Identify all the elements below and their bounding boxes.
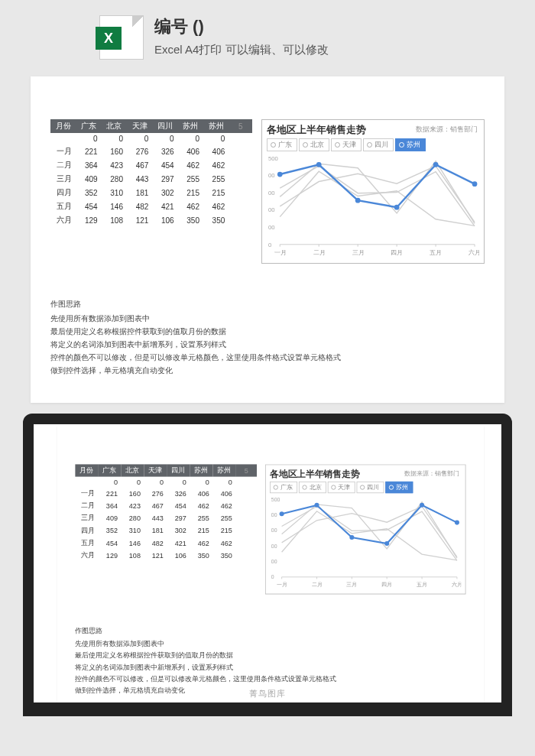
table-col-header: 广东: [98, 464, 121, 476]
chart-container: 各地区上半年销售走势 数据来源：销售部门 广东北京天津四川苏州 50000000…: [261, 119, 485, 264]
table-cell: 181: [127, 186, 152, 200]
legend-item-四川[interactable]: 四川: [357, 482, 384, 493]
table-cell: 352: [98, 524, 121, 537]
svg-point-49: [455, 521, 459, 525]
table-col-header: 月份: [50, 119, 76, 133]
table-cell: 462: [178, 158, 203, 172]
table-cell: 0: [152, 133, 177, 144]
excel-file-icon: X: [99, 15, 144, 60]
svg-text:三月: 三月: [347, 582, 358, 587]
table-cell: 215: [190, 524, 212, 537]
legend-item-北京[interactable]: 北京: [299, 138, 329, 151]
table-cell: 六月: [75, 549, 98, 561]
table-cell: 350: [178, 213, 203, 227]
table-cell: 121: [144, 549, 167, 561]
legend-item-四川[interactable]: 四川: [363, 138, 394, 151]
chart-legend-2: 广东北京天津四川苏州: [270, 482, 461, 493]
svg-text:00: 00: [268, 172, 275, 179]
table-cell: 0: [167, 477, 190, 488]
svg-text:00: 00: [268, 190, 275, 196]
table-cell: 255: [178, 172, 203, 186]
svg-point-48: [420, 503, 424, 508]
table-row: 一月221160276326406406: [50, 144, 252, 158]
legend-item-天津[interactable]: 天津: [328, 482, 355, 493]
table-cell: 六月: [50, 213, 76, 227]
table-cell: 310: [102, 186, 127, 200]
legend-item-苏州[interactable]: 苏州: [385, 482, 413, 493]
svg-text:六月: 六月: [469, 249, 479, 256]
table-cell: 280: [102, 172, 127, 186]
svg-text:一月: 一月: [274, 249, 287, 256]
table-cell: 四月: [75, 524, 98, 537]
table-cell: 326: [167, 487, 190, 499]
table-col-header: 北京: [121, 464, 144, 476]
svg-text:0: 0: [268, 242, 271, 248]
radio-icon: [331, 485, 336, 489]
notes-section-2: 作图思路 先使用所有数据添加到图表中最后使用定义名称根据控件获取到的值取月份的数…: [75, 625, 465, 696]
radio-icon: [303, 485, 307, 489]
legend-label: 广东: [278, 140, 292, 150]
table-cell: 106: [167, 549, 190, 561]
table-cell: 四月: [50, 186, 76, 200]
table-col-header: 苏州: [203, 119, 229, 133]
table-cell: 0: [178, 133, 203, 144]
svg-text:00: 00: [271, 527, 277, 533]
table-cell: 462: [203, 158, 229, 172]
table-cell: 406: [190, 487, 212, 499]
legend-item-天津[interactable]: 天津: [331, 138, 362, 151]
svg-text:五月: 五月: [417, 582, 427, 587]
chart-legend: 广东北京天津四川苏州: [267, 138, 479, 151]
table-cell: 454: [76, 200, 101, 213]
svg-text:00: 00: [271, 559, 277, 564]
table-cell: 0: [190, 477, 212, 488]
notes-line: 最后使用定义名称根据控件获取到的值取月份的数据: [75, 650, 465, 661]
svg-point-24: [472, 181, 478, 187]
table-col-header: 四川: [152, 119, 177, 133]
radio-icon: [303, 142, 308, 148]
legend-label: 北京: [310, 140, 324, 150]
table-cell: 280: [121, 512, 144, 524]
svg-text:一月: 一月: [277, 582, 287, 587]
legend-item-广东[interactable]: 广东: [267, 138, 297, 151]
table-row: 三月409280443297255255: [50, 172, 252, 186]
table-cell: 350: [190, 549, 212, 561]
table-cell: 462: [212, 499, 235, 511]
table-col-header: 天津: [127, 119, 152, 133]
svg-point-45: [315, 503, 319, 508]
table-cell: 五月: [75, 537, 98, 549]
radio-icon: [274, 485, 278, 489]
svg-text:00: 00: [271, 512, 277, 518]
legend-item-苏州[interactable]: 苏州: [395, 138, 426, 151]
legend-item-北京[interactable]: 北京: [299, 482, 326, 493]
svg-text:四月: 四月: [391, 249, 404, 256]
svg-text:二月: 二月: [313, 249, 326, 256]
table-cell: 454: [152, 158, 177, 172]
camera-icon: [265, 417, 270, 422]
table-cell: 0: [76, 133, 101, 144]
notes-line: 做到控件选择，单元格填充自动变化: [50, 364, 485, 377]
legend-label: 四川: [367, 483, 379, 492]
table-cell: 364: [76, 158, 101, 172]
table-body: 000000一月221160276326406406二月364423467454…: [50, 133, 252, 227]
table-cell: 421: [167, 537, 190, 549]
table-cell: 409: [98, 512, 121, 524]
svg-text:0: 0: [271, 574, 274, 579]
table-cell: 0: [127, 133, 152, 144]
table-cell: 406: [178, 144, 203, 158]
notes-line: 先使用所有数据添加到图表中: [50, 312, 485, 325]
table-cell: 423: [102, 158, 127, 172]
table-col-header-extra: 5: [229, 119, 252, 133]
table-cell: 215: [212, 524, 235, 537]
notes-lines: 先使用所有数据添加到图表中最后使用定义名称根据控件获取到的值取月份的数据将定义的…: [50, 312, 485, 377]
page-subtitle: Excel A4打印 可以编辑、可以修改: [154, 43, 329, 57]
svg-text:500: 500: [271, 497, 280, 502]
legend-item-广东[interactable]: 广东: [270, 482, 297, 493]
svg-point-47: [384, 541, 389, 546]
svg-point-46: [350, 535, 355, 540]
table-cell: 467: [144, 499, 167, 511]
table-cell: 121: [127, 213, 152, 227]
table-row: 000000: [50, 133, 252, 144]
radio-icon: [389, 485, 394, 489]
svg-text:五月: 五月: [430, 249, 443, 256]
svg-point-20: [316, 162, 322, 167]
